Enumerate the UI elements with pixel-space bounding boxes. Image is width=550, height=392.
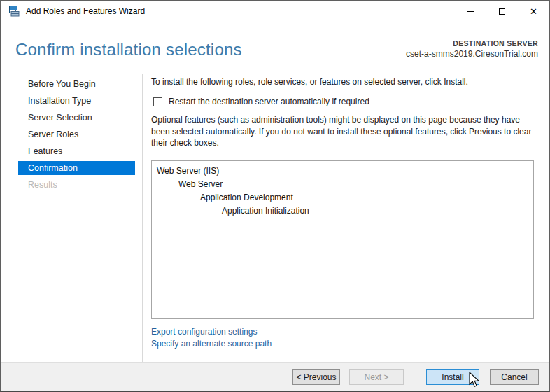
minimize-icon	[467, 11, 474, 12]
install-button[interactable]: Install	[426, 369, 479, 385]
sidebar-item-confirmation[interactable]: Confirmation	[18, 161, 135, 175]
window-title: Add Roles and Features Wizard	[26, 6, 145, 16]
destination-server-name: cset-a-smms2019.CiresonTrial.com	[406, 49, 538, 59]
restart-checkbox-label[interactable]: Restart the destination server automatic…	[169, 97, 369, 106]
maximize-button[interactable]	[486, 1, 518, 22]
sidebar-item-installation-type[interactable]: Installation Type	[18, 94, 135, 108]
restart-checkbox[interactable]	[153, 97, 162, 106]
previous-button[interactable]: < Previous	[292, 369, 340, 385]
maximize-icon	[499, 8, 505, 15]
sidebar-item-before-you-begin[interactable]: Before You Begin	[18, 77, 135, 91]
minimize-button[interactable]	[455, 1, 486, 22]
selected-items-listbox[interactable]: Web Server (IIS) Web Server Application …	[151, 160, 534, 319]
close-button[interactable]: ✕	[518, 1, 549, 22]
title-bar: Add Roles and Features Wizard ✕	[1, 1, 549, 22]
next-button: Next >	[349, 369, 404, 385]
install-instruction-text: To install the following roles, role ser…	[151, 77, 468, 87]
wizard-steps-sidebar: Before You Begin Installation Type Serve…	[18, 77, 135, 195]
alternate-source-path-link[interactable]: Specify an alternate source path	[151, 338, 272, 350]
button-bar: < Previous Next > Install Cancel	[1, 362, 549, 391]
tree-item-application-development: Application Development	[157, 191, 528, 204]
cancel-button[interactable]: Cancel	[490, 369, 539, 385]
destination-server-block: DESTINATION SERVER cset-a-smms2019.Cires…	[406, 39, 538, 59]
wizard-window: Add Roles and Features Wizard ✕ Confirm …	[0, 0, 550, 392]
export-configuration-link[interactable]: Export configuration settings	[151, 326, 272, 338]
sidebar-item-results: Results	[18, 178, 135, 192]
restart-checkbox-row: Restart the destination server automatic…	[153, 97, 369, 106]
wizard-app-icon	[8, 6, 20, 17]
close-icon: ✕	[530, 7, 537, 16]
tree-item-web-server: Web Server	[157, 178, 528, 191]
window-controls: ✕	[455, 1, 549, 22]
sidebar-item-server-roles[interactable]: Server Roles	[18, 127, 135, 141]
sidebar-separator	[142, 74, 143, 363]
sidebar-item-features[interactable]: Features	[18, 144, 135, 158]
tree-item-web-server-iis: Web Server (IIS)	[157, 164, 528, 178]
page-title: Confirm installation selections	[15, 40, 242, 59]
footer-links: Export configuration settings Specify an…	[151, 326, 272, 350]
destination-server-label: DESTINATION SERVER	[406, 39, 538, 48]
tree-item-application-initialization: Application Initialization	[157, 204, 528, 218]
optional-features-note: Optional features (such as administratio…	[151, 114, 540, 149]
sidebar-item-server-selection[interactable]: Server Selection	[18, 111, 135, 125]
